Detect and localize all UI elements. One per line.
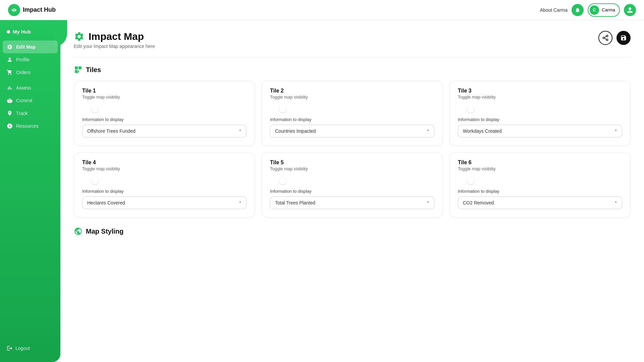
tiles-section-title: Tiles bbox=[86, 66, 101, 74]
sidebar-item-track[interactable]: Track bbox=[0, 107, 60, 120]
page-subtitle: Edit your Impact Map appearance here bbox=[74, 44, 155, 49]
globe-icon bbox=[74, 227, 83, 236]
tile-sublabel-tile6: Toggle map visiblity bbox=[458, 166, 622, 171]
save-button[interactable] bbox=[616, 31, 631, 45]
select-tile2[interactable]: Offshore Trees FundedCountries ImpactedW… bbox=[270, 125, 434, 137]
tile-title-tile6: Tile 6 bbox=[458, 160, 622, 166]
layout: My Hub Edit Map Profile Orders Assess Co… bbox=[0, 20, 644, 362]
page-title: Impact Map bbox=[74, 31, 155, 42]
map-styling-title: Map Styling bbox=[86, 228, 123, 235]
tile-title-tile3: Tile 3 bbox=[458, 88, 622, 94]
edit-map-label: Edit Map bbox=[16, 44, 36, 50]
main-content: Impact Map Edit your Impact Map appearan… bbox=[60, 20, 644, 362]
select-tile3[interactable]: Offshore Trees FundedCountries ImpactedW… bbox=[458, 125, 622, 137]
orders-label: Orders bbox=[16, 70, 31, 75]
page-gear-icon bbox=[74, 31, 85, 42]
assess-label: Assess bbox=[16, 85, 31, 90]
select-wrap-tile1: Offshore Trees FundedCountries ImpactedW… bbox=[82, 125, 247, 137]
tile-sublabel-tile1: Toggle map visiblity bbox=[82, 95, 247, 100]
page-header: Impact Map Edit your Impact Map appearan… bbox=[74, 31, 631, 49]
notification-button[interactable] bbox=[572, 4, 584, 16]
logo: Impact Hub bbox=[8, 4, 56, 16]
info-label-tile1: Information to display bbox=[82, 117, 247, 122]
sidebar-item-profile[interactable]: Profile bbox=[0, 53, 60, 66]
info-label-tile6: Information to display bbox=[458, 189, 622, 194]
select-wrap-tile5: Offshore Trees FundedCountries ImpactedW… bbox=[270, 196, 434, 209]
user-profile-icon[interactable] bbox=[624, 4, 636, 16]
svg-point-0 bbox=[606, 35, 608, 37]
tiles-icon bbox=[74, 65, 83, 74]
map-styling-header: Map Styling bbox=[74, 227, 631, 236]
select-wrap-tile2: Offshore Trees FundedCountries ImpactedW… bbox=[270, 125, 434, 137]
tile-title-tile2: Tile 2 bbox=[270, 88, 434, 94]
tiles-section-header: Tiles bbox=[74, 65, 631, 74]
select-tile4[interactable]: Offshore Trees FundedCountries ImpactedW… bbox=[82, 196, 247, 209]
tile-title-tile4: Tile 4 bbox=[82, 160, 247, 166]
svg-line-3 bbox=[604, 38, 606, 39]
sidebar-item-edit-map[interactable]: Edit Map bbox=[3, 41, 58, 53]
svg-point-1 bbox=[603, 37, 605, 39]
toggle-wrap-tile2 bbox=[270, 104, 434, 110]
toggle-wrap-tile1 bbox=[82, 104, 247, 110]
my-hub-label: My Hub bbox=[13, 29, 31, 35]
tile-card-tile5: Tile 5 Toggle map visiblity Information … bbox=[262, 153, 443, 218]
tile-sublabel-tile5: Toggle map visiblity bbox=[270, 166, 434, 171]
tile-card-tile3: Tile 3 Toggle map visiblity Information … bbox=[449, 81, 631, 146]
about-carma-link[interactable]: About Carma bbox=[540, 7, 568, 13]
sidebar-sections: Assess Commit Track Resources bbox=[0, 81, 60, 132]
select-tile5[interactable]: Offshore Trees FundedCountries ImpactedW… bbox=[270, 196, 434, 209]
my-hub-dot bbox=[7, 30, 10, 34]
sidebar-item-resources[interactable]: Resources bbox=[0, 120, 60, 132]
toggle-wrap-tile3 bbox=[458, 104, 622, 110]
tiles-grid: Tile 1 Toggle map visiblity Information … bbox=[74, 81, 631, 218]
tile-title-tile1: Tile 1 bbox=[82, 88, 247, 94]
profile-label: Profile bbox=[16, 57, 30, 62]
sidebar-my-hub: My Hub bbox=[0, 25, 60, 38]
svg-line-4 bbox=[604, 36, 606, 37]
tile-card-tile1: Tile 1 Toggle map visiblity Information … bbox=[74, 81, 255, 146]
commit-label: Commit bbox=[16, 98, 32, 103]
tile-sublabel-tile4: Toggle map visiblity bbox=[82, 166, 247, 171]
header-right: About Carma C Carma bbox=[540, 3, 636, 17]
logo-icon bbox=[8, 4, 20, 16]
user-menu-button[interactable]: C Carma bbox=[588, 3, 620, 17]
select-tile6[interactable]: Offshore Trees FundedCountries ImpactedW… bbox=[458, 196, 622, 209]
share-button[interactable] bbox=[598, 31, 612, 45]
page-title-text: Impact Map bbox=[89, 31, 144, 42]
select-wrap-tile3: Offshore Trees FundedCountries ImpactedW… bbox=[458, 125, 622, 137]
resources-label: Resources bbox=[16, 123, 39, 129]
tile-card-tile6: Tile 6 Toggle map visiblity Information … bbox=[449, 153, 631, 218]
sidebar-item-commit[interactable]: Commit bbox=[0, 94, 60, 107]
toggle-wrap-tile5 bbox=[270, 176, 434, 182]
tile-sublabel-tile2: Toggle map visiblity bbox=[270, 95, 434, 100]
select-wrap-tile6: Offshore Trees FundedCountries ImpactedW… bbox=[458, 196, 622, 209]
header: Impact Hub About Carma C Carma bbox=[0, 0, 644, 20]
logout-label: Logout bbox=[15, 346, 30, 351]
sidebar-item-orders[interactable]: Orders bbox=[0, 66, 60, 79]
select-tile1[interactable]: Offshore Trees FundedCountries ImpactedW… bbox=[82, 125, 247, 137]
sidebar-bottom: Logout bbox=[0, 340, 60, 357]
divider bbox=[74, 57, 631, 57]
info-label-tile4: Information to display bbox=[82, 189, 247, 194]
tile-title-tile5: Tile 5 bbox=[270, 160, 434, 166]
page-title-area: Impact Map Edit your Impact Map appearan… bbox=[74, 31, 155, 49]
sidebar: My Hub Edit Map Profile Orders Assess Co… bbox=[0, 20, 60, 362]
page-actions bbox=[598, 31, 631, 45]
info-label-tile3: Information to display bbox=[458, 117, 622, 122]
user-name-label: Carma bbox=[602, 7, 615, 12]
toggle-wrap-tile6 bbox=[458, 176, 622, 182]
sidebar-item-assess[interactable]: Assess bbox=[0, 81, 60, 94]
tile-sublabel-tile3: Toggle map visiblity bbox=[458, 95, 622, 100]
tile-card-tile2: Tile 2 Toggle map visiblity Information … bbox=[262, 81, 443, 146]
user-avatar: C bbox=[590, 5, 599, 15]
select-wrap-tile4: Offshore Trees FundedCountries ImpactedW… bbox=[82, 196, 247, 209]
logo-name: Impact Hub bbox=[23, 6, 56, 13]
track-label: Track bbox=[16, 111, 28, 116]
tile-card-tile4: Tile 4 Toggle map visiblity Information … bbox=[74, 153, 255, 218]
info-label-tile5: Information to display bbox=[270, 189, 434, 194]
info-label-tile2: Information to display bbox=[270, 117, 434, 122]
svg-point-2 bbox=[606, 39, 608, 41]
toggle-wrap-tile4 bbox=[82, 176, 247, 182]
logout-button[interactable]: Logout bbox=[7, 345, 54, 351]
